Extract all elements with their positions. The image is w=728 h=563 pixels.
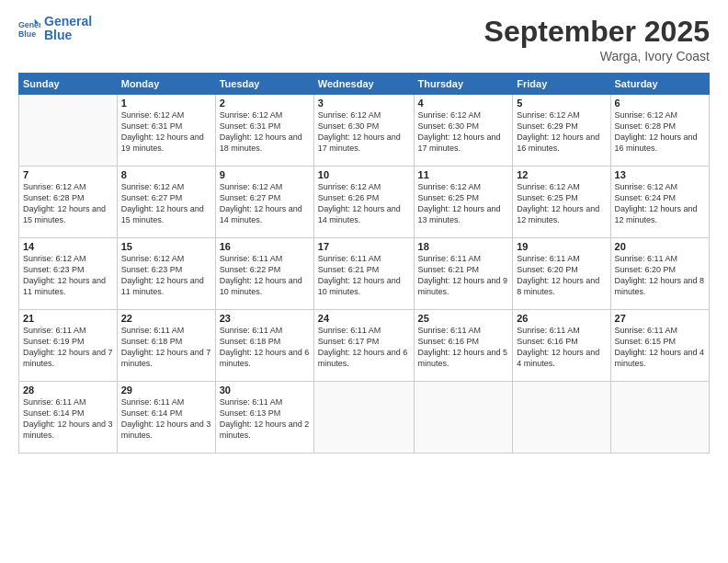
day-info: Sunrise: 6:11 AMSunset: 6:16 PMDaylight:…	[517, 325, 606, 370]
day-number: 13	[615, 169, 705, 180]
day-info: Sunrise: 6:12 AMSunset: 6:23 PMDaylight:…	[121, 253, 211, 298]
day-info: Sunrise: 6:12 AMSunset: 6:23 PMDaylight:…	[23, 253, 113, 298]
logo-line2: Blue	[44, 29, 92, 42]
day-number: 27	[615, 313, 705, 324]
logo-line1: General	[44, 15, 92, 29]
day-info: Sunrise: 6:11 AMSunset: 6:18 PMDaylight:…	[121, 325, 211, 370]
day-cell-8: 8Sunrise: 6:12 AMSunset: 6:27 PMDaylight…	[117, 167, 215, 238]
day-cell-6: 6Sunrise: 6:12 AMSunset: 6:28 PMDaylight…	[610, 95, 709, 167]
col-header-monday: Monday	[117, 74, 215, 95]
col-header-friday: Friday	[513, 74, 610, 95]
empty-cell	[610, 382, 709, 454]
day-info: Sunrise: 6:12 AMSunset: 6:25 PMDaylight:…	[418, 181, 509, 226]
day-cell-4: 4Sunrise: 6:12 AMSunset: 6:30 PMDaylight…	[414, 95, 513, 167]
day-info: Sunrise: 6:12 AMSunset: 6:27 PMDaylight:…	[121, 181, 211, 226]
day-cell-11: 11Sunrise: 6:12 AMSunset: 6:25 PMDayligh…	[414, 167, 513, 238]
empty-cell	[414, 382, 513, 454]
day-number: 19	[517, 241, 606, 252]
day-number: 26	[517, 313, 606, 324]
day-cell-14: 14Sunrise: 6:12 AMSunset: 6:23 PMDayligh…	[19, 238, 118, 310]
empty-cell	[513, 382, 610, 454]
day-info: Sunrise: 6:11 AMSunset: 6:20 PMDaylight:…	[517, 253, 606, 298]
day-info: Sunrise: 6:12 AMSunset: 6:31 PMDaylight:…	[220, 109, 310, 155]
day-number: 4	[418, 98, 509, 109]
day-cell-27: 27Sunrise: 6:11 AMSunset: 6:15 PMDayligh…	[610, 310, 709, 382]
day-cell-28: 28Sunrise: 6:11 AMSunset: 6:14 PMDayligh…	[19, 382, 118, 454]
day-cell-16: 16Sunrise: 6:11 AMSunset: 6:22 PMDayligh…	[215, 238, 313, 310]
day-cell-21: 21Sunrise: 6:11 AMSunset: 6:19 PMDayligh…	[19, 310, 118, 382]
day-cell-25: 25Sunrise: 6:11 AMSunset: 6:16 PMDayligh…	[414, 310, 513, 382]
day-info: Sunrise: 6:11 AMSunset: 6:13 PMDaylight:…	[220, 396, 310, 442]
title-block: September 2025 Warga, Ivory Coast	[484, 15, 710, 63]
day-number: 18	[418, 241, 509, 252]
day-info: Sunrise: 6:11 AMSunset: 6:14 PMDaylight:…	[23, 396, 113, 442]
day-number: 3	[318, 98, 410, 109]
day-number: 1	[121, 98, 211, 109]
day-info: Sunrise: 6:11 AMSunset: 6:20 PMDaylight:…	[615, 253, 705, 298]
day-number: 7	[23, 169, 113, 180]
logo: General Blue General Blue	[18, 15, 92, 43]
day-cell-3: 3Sunrise: 6:12 AMSunset: 6:30 PMDaylight…	[313, 95, 414, 167]
calendar-table: SundayMondayTuesdayWednesdayThursdayFrid…	[18, 73, 710, 454]
day-info: Sunrise: 6:12 AMSunset: 6:29 PMDaylight:…	[517, 109, 606, 155]
day-info: Sunrise: 6:12 AMSunset: 6:25 PMDaylight:…	[517, 181, 606, 226]
day-info: Sunrise: 6:12 AMSunset: 6:30 PMDaylight:…	[318, 109, 410, 155]
day-info: Sunrise: 6:11 AMSunset: 6:18 PMDaylight:…	[220, 325, 310, 370]
day-cell-13: 13Sunrise: 6:12 AMSunset: 6:24 PMDayligh…	[610, 167, 709, 238]
day-info: Sunrise: 6:11 AMSunset: 6:14 PMDaylight:…	[121, 396, 211, 442]
day-cell-5: 5Sunrise: 6:12 AMSunset: 6:29 PMDaylight…	[513, 95, 610, 167]
day-number: 14	[23, 241, 113, 252]
day-info: Sunrise: 6:11 AMSunset: 6:19 PMDaylight:…	[23, 325, 113, 370]
day-cell-24: 24Sunrise: 6:11 AMSunset: 6:17 PMDayligh…	[313, 310, 414, 382]
day-number: 17	[318, 241, 410, 252]
day-info: Sunrise: 6:12 AMSunset: 6:31 PMDaylight:…	[121, 109, 211, 155]
location: Warga, Ivory Coast	[484, 49, 710, 63]
day-info: Sunrise: 6:12 AMSunset: 6:24 PMDaylight:…	[615, 181, 705, 226]
week-row-1: 1Sunrise: 6:12 AMSunset: 6:31 PMDaylight…	[19, 95, 710, 167]
week-row-5: 28Sunrise: 6:11 AMSunset: 6:14 PMDayligh…	[19, 382, 710, 454]
day-number: 10	[318, 169, 410, 180]
day-cell-9: 9Sunrise: 6:12 AMSunset: 6:27 PMDaylight…	[215, 167, 313, 238]
col-header-tuesday: Tuesday	[215, 74, 313, 95]
day-info: Sunrise: 6:11 AMSunset: 6:21 PMDaylight:…	[418, 253, 509, 298]
day-cell-20: 20Sunrise: 6:11 AMSunset: 6:20 PMDayligh…	[610, 238, 709, 310]
day-number: 30	[220, 385, 310, 396]
day-cell-12: 12Sunrise: 6:12 AMSunset: 6:25 PMDayligh…	[513, 167, 610, 238]
day-number: 22	[121, 313, 211, 324]
day-cell-2: 2Sunrise: 6:12 AMSunset: 6:31 PMDaylight…	[215, 95, 313, 167]
day-number: 21	[23, 313, 113, 324]
day-cell-22: 22Sunrise: 6:11 AMSunset: 6:18 PMDayligh…	[117, 310, 215, 382]
day-cell-23: 23Sunrise: 6:11 AMSunset: 6:18 PMDayligh…	[215, 310, 313, 382]
day-number: 15	[121, 241, 211, 252]
day-number: 8	[121, 169, 211, 180]
logo-icon: General Blue	[18, 17, 40, 40]
day-number: 2	[220, 98, 310, 109]
calendar-header-row: SundayMondayTuesdayWednesdayThursdayFrid…	[19, 74, 710, 95]
day-info: Sunrise: 6:12 AMSunset: 6:26 PMDaylight:…	[318, 181, 410, 226]
day-number: 23	[220, 313, 310, 324]
empty-cell	[19, 95, 118, 167]
day-info: Sunrise: 6:11 AMSunset: 6:15 PMDaylight:…	[615, 325, 705, 370]
day-cell-26: 26Sunrise: 6:11 AMSunset: 6:16 PMDayligh…	[513, 310, 610, 382]
col-header-saturday: Saturday	[610, 74, 709, 95]
col-header-wednesday: Wednesday	[313, 74, 414, 95]
day-number: 9	[220, 169, 310, 180]
day-number: 6	[615, 98, 705, 109]
day-cell-19: 19Sunrise: 6:11 AMSunset: 6:20 PMDayligh…	[513, 238, 610, 310]
day-info: Sunrise: 6:11 AMSunset: 6:17 PMDaylight:…	[318, 325, 410, 370]
day-cell-29: 29Sunrise: 6:11 AMSunset: 6:14 PMDayligh…	[117, 382, 215, 454]
empty-cell	[313, 382, 414, 454]
col-header-sunday: Sunday	[19, 74, 118, 95]
day-number: 11	[418, 169, 509, 180]
day-cell-30: 30Sunrise: 6:11 AMSunset: 6:13 PMDayligh…	[215, 382, 313, 454]
day-cell-18: 18Sunrise: 6:11 AMSunset: 6:21 PMDayligh…	[414, 238, 513, 310]
day-number: 29	[121, 385, 211, 396]
day-info: Sunrise: 6:11 AMSunset: 6:16 PMDaylight:…	[418, 325, 509, 370]
svg-text:Blue: Blue	[18, 29, 36, 39]
day-number: 20	[615, 241, 705, 252]
day-number: 28	[23, 385, 113, 396]
day-info: Sunrise: 6:12 AMSunset: 6:30 PMDaylight:…	[418, 109, 509, 155]
day-number: 12	[517, 169, 606, 180]
week-row-4: 21Sunrise: 6:11 AMSunset: 6:19 PMDayligh…	[19, 310, 710, 382]
day-info: Sunrise: 6:12 AMSunset: 6:28 PMDaylight:…	[615, 109, 705, 155]
